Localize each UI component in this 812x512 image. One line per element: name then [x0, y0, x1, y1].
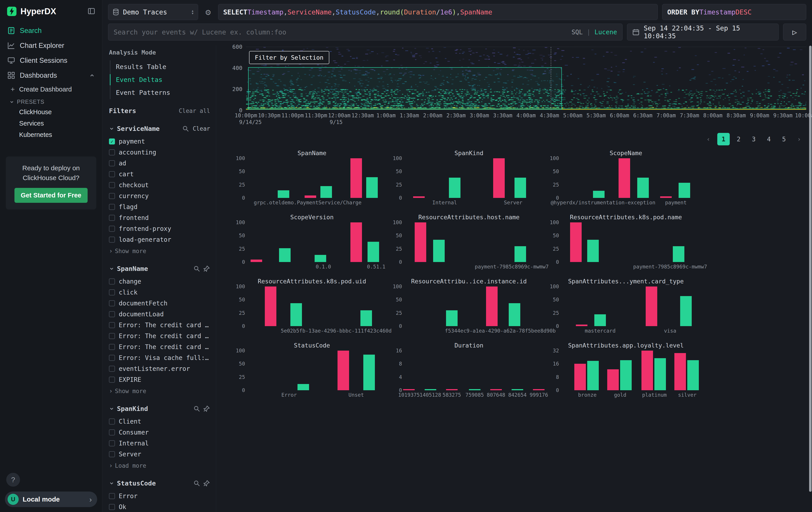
- sidebar-item-dashboards[interactable]: Dashboards: [4, 68, 97, 83]
- filter-item-cart[interactable]: cart: [109, 169, 210, 180]
- checkbox[interactable]: [109, 237, 115, 243]
- checkbox[interactable]: [109, 419, 115, 425]
- filter-search-icon[interactable]: [182, 125, 189, 132]
- sidebar-item-client-sessions[interactable]: Client Sessions: [4, 53, 97, 68]
- filter-item-documentfetch[interactable]: documentFetch: [109, 298, 210, 309]
- filter-item-error-the-credit-card[interactable]: Error: The credit card (…: [109, 320, 210, 330]
- filter-item-error-the-credit-card[interactable]: Error: The credit card (…: [109, 330, 210, 342]
- page-button-2[interactable]: 2: [732, 133, 745, 145]
- checkbox[interactable]: ✓: [109, 138, 115, 144]
- filter-search-icon[interactable]: [193, 265, 200, 272]
- source-select[interactable]: Demo Traces ▴▾: [108, 4, 198, 20]
- hyperdx-logo[interactable]: HyperDX: [7, 6, 56, 17]
- analysis-mode-results-table[interactable]: Results Table: [111, 60, 210, 73]
- checkbox[interactable]: [109, 451, 115, 457]
- get-started-button[interactable]: Get Started for Free: [14, 188, 87, 203]
- checkbox[interactable]: [109, 366, 115, 372]
- show-more-link[interactable]: ›Show more: [109, 385, 210, 395]
- checkbox[interactable]: [109, 289, 115, 295]
- lang-toggle-lucene[interactable]: Lucene: [594, 28, 617, 36]
- scrollbar[interactable]: [808, 46, 812, 510]
- page-button-1[interactable]: 1: [717, 133, 730, 145]
- filter-clear-button[interactable]: Clear: [193, 125, 210, 132]
- run-query-button[interactable]: ▷: [783, 24, 806, 41]
- filter-search-icon[interactable]: [193, 405, 200, 412]
- checkbox[interactable]: [109, 182, 115, 188]
- filter-item-checkout[interactable]: checkout: [109, 180, 210, 191]
- checkbox[interactable]: [109, 344, 115, 350]
- checkbox[interactable]: [109, 322, 115, 328]
- sidebar-collapse-icon[interactable]: [87, 7, 95, 16]
- page-button-4[interactable]: 4: [763, 133, 775, 145]
- checkbox[interactable]: [109, 493, 115, 499]
- presets-header[interactable]: PRESETS: [7, 96, 97, 106]
- local-mode-menu[interactable]: U Local mode ›: [5, 491, 97, 507]
- filter-item-eventlistener-error[interactable]: eventListener.error: [109, 363, 210, 374]
- page-button-3[interactable]: 3: [748, 133, 760, 145]
- filter-item-error[interactable]: Error: [109, 491, 210, 502]
- filter-search-icon[interactable]: [193, 480, 200, 487]
- checkbox[interactable]: [109, 204, 115, 210]
- sidebar-item-kubernetes[interactable]: Kubernetes: [7, 129, 97, 140]
- filter-pin-icon[interactable]: [203, 265, 210, 272]
- checkbox[interactable]: [109, 193, 115, 199]
- chevron-down-icon[interactable]: [109, 266, 114, 271]
- show-more-link[interactable]: ›Load more: [109, 460, 210, 469]
- filter-item-accounting[interactable]: accounting: [109, 147, 210, 158]
- filter-item-frontend-proxy[interactable]: frontend-proxy: [109, 223, 210, 234]
- prev-page-button[interactable]: ‹: [702, 133, 715, 145]
- filter-item-click[interactable]: click: [109, 287, 210, 298]
- sql-select-editor[interactable]: SELECT Timestamp, ServiceName, StatusCod…: [218, 4, 658, 20]
- checkbox[interactable]: [109, 278, 115, 285]
- heatmap-plot[interactable]: Filter by Selection: [246, 47, 806, 110]
- analysis-mode-event-deltas[interactable]: Event Deltas: [111, 73, 210, 86]
- checkbox[interactable]: [109, 311, 115, 317]
- checkbox[interactable]: [109, 504, 115, 510]
- filter-item-server[interactable]: Server: [109, 449, 210, 460]
- order-by-editor[interactable]: ORDER BY Timestamp DESC: [662, 4, 806, 20]
- sidebar-item-chart-explorer[interactable]: Chart Explorer: [4, 38, 97, 53]
- date-range-picker[interactable]: Sep 14 22:04:35 - Sep 15 10:04:35: [627, 24, 779, 41]
- checkbox[interactable]: [109, 215, 115, 221]
- filter-item-expire[interactable]: EXPIRE: [109, 374, 210, 385]
- scrollbar-thumb[interactable]: [809, 46, 812, 492]
- filter-item-consumer[interactable]: Consumer: [109, 427, 210, 438]
- checkbox[interactable]: [109, 160, 115, 166]
- checkbox[interactable]: [109, 440, 115, 446]
- chevron-down-icon[interactable]: [109, 406, 114, 411]
- gear-icon[interactable]: ⚙: [203, 4, 214, 20]
- filter-item-flagd[interactable]: flagd: [109, 201, 210, 212]
- filter-item-ad[interactable]: ad: [109, 158, 210, 169]
- checkbox[interactable]: [109, 150, 115, 155]
- checkbox[interactable]: [109, 171, 115, 177]
- filter-item-error-the-credit-card[interactable]: Error: The credit card (…: [109, 342, 210, 352]
- filter-by-selection-button[interactable]: Filter by Selection: [249, 51, 329, 64]
- sidebar-item-services[interactable]: Services: [7, 118, 97, 129]
- create-dashboard-button[interactable]: + Create Dashboard: [7, 83, 97, 96]
- filter-item-internal[interactable]: Internal: [109, 438, 210, 449]
- filter-item-client[interactable]: Client: [109, 416, 210, 427]
- checkbox[interactable]: [109, 355, 115, 361]
- checkbox[interactable]: [109, 226, 115, 232]
- filter-item-frontend[interactable]: frontend: [109, 212, 210, 223]
- filter-item-change[interactable]: change: [109, 276, 210, 287]
- chevron-down-icon[interactable]: [109, 481, 114, 486]
- filter-item-error-visa-cache-full[interactable]: Error: Visa cache full: …: [109, 352, 210, 363]
- filter-item-currency[interactable]: currency: [109, 191, 210, 201]
- checkbox[interactable]: [109, 429, 115, 435]
- show-more-link[interactable]: ›Show more: [109, 245, 210, 255]
- lang-toggle-sql[interactable]: SQL: [572, 28, 583, 36]
- checkbox[interactable]: [109, 377, 115, 383]
- filter-item-ok[interactable]: Ok: [109, 502, 210, 512]
- filter-item-documentload[interactable]: documentLoad: [109, 309, 210, 320]
- clear-all-button[interactable]: Clear all: [179, 108, 210, 114]
- filter-item-payment[interactable]: ✓payment: [109, 136, 210, 147]
- selection-region[interactable]: [248, 67, 562, 110]
- checkbox[interactable]: [109, 300, 115, 306]
- sidebar-item-search[interactable]: Search: [4, 23, 97, 38]
- sidebar-item-clickhouse[interactable]: ClickHouse: [7, 106, 97, 118]
- page-button-5[interactable]: 5: [778, 133, 790, 145]
- filter-pin-icon[interactable]: [203, 480, 210, 487]
- analysis-mode-event-patterns[interactable]: Event Patterns: [111, 86, 210, 99]
- help-button[interactable]: ?: [6, 473, 20, 487]
